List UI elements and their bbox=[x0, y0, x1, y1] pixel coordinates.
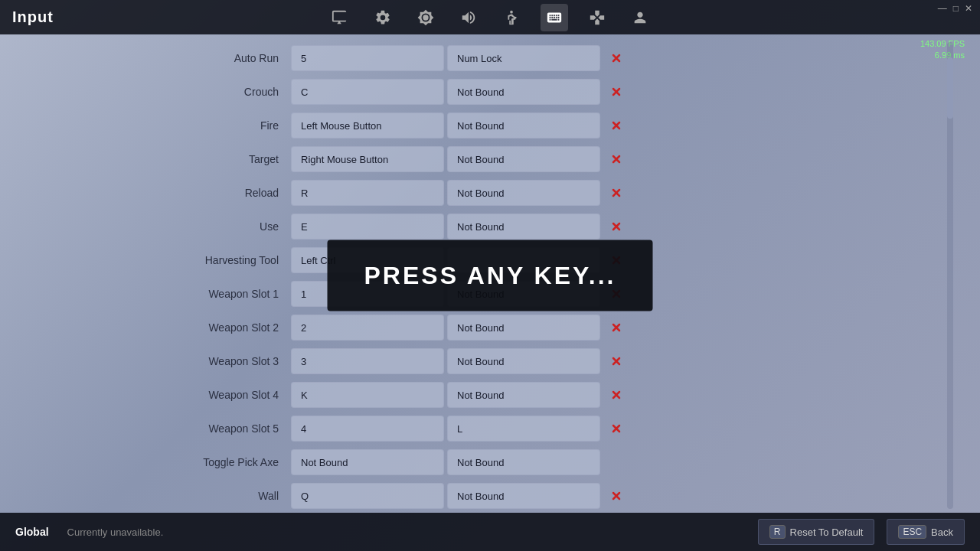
table-row: TargetRight Mouse ButtonNot Bound bbox=[138, 143, 942, 175]
binding-label: Weapon Slot 2 bbox=[138, 321, 291, 334]
secondary-key-binding[interactable]: Not Bound bbox=[447, 483, 600, 509]
primary-key-binding[interactable]: Left Mouse Button bbox=[291, 112, 444, 139]
table-row: Weapon Slot 11Not Bound bbox=[138, 278, 942, 310]
reset-key-badge: R bbox=[769, 525, 786, 539]
secondary-key-binding[interactable]: Num Lock bbox=[447, 45, 600, 71]
table-row: CrouchCNot Bound bbox=[138, 76, 942, 108]
status-text: Currently unavailable. bbox=[67, 527, 164, 538]
secondary-key-binding[interactable]: Not Bound bbox=[447, 146, 600, 172]
clear-binding-button[interactable] bbox=[603, 382, 629, 408]
secondary-key-binding[interactable]: Not Bound bbox=[447, 281, 600, 307]
clear-binding-button[interactable] bbox=[603, 315, 629, 341]
table-row: Weapon Slot 54L bbox=[138, 412, 942, 445]
table-row: Weapon Slot 4KNot Bound bbox=[138, 379, 942, 411]
table-row: Harvesting ToolLeft Ctrl bbox=[138, 244, 942, 276]
nav-brightness[interactable] bbox=[412, 4, 439, 31]
clear-binding-button[interactable] bbox=[603, 45, 629, 71]
secondary-key-binding[interactable]: Not Bound bbox=[447, 214, 600, 240]
secondary-key-binding[interactable]: Not Bound bbox=[447, 449, 600, 475]
clear-binding-button[interactable] bbox=[603, 416, 629, 442]
clear-binding-button[interactable] bbox=[603, 348, 629, 374]
binding-label: Toggle Pick Axe bbox=[138, 456, 291, 468]
reset-label: Reset To Default bbox=[790, 527, 864, 538]
secondary-key-binding[interactable]: Not Bound bbox=[447, 382, 600, 408]
primary-key-binding[interactable]: R bbox=[291, 180, 444, 206]
clear-binding-button[interactable] bbox=[603, 180, 629, 206]
primary-key-binding[interactable]: 4 bbox=[291, 416, 444, 442]
scrollbar-thumb[interactable] bbox=[947, 57, 953, 119]
primary-key-binding[interactable]: 3 bbox=[291, 348, 444, 374]
secondary-key-binding[interactable]: Not Bound bbox=[447, 315, 600, 341]
reset-to-default-button[interactable]: R Reset To Default bbox=[758, 519, 875, 545]
back-label: Back bbox=[931, 527, 953, 538]
table-row: FireLeft Mouse ButtonNot Bound bbox=[138, 109, 942, 142]
secondary-key-binding[interactable]: Not Bound bbox=[447, 79, 600, 105]
table-row: Auto Run5Num Lock bbox=[138, 42, 942, 74]
clear-binding-button[interactable] bbox=[603, 146, 629, 172]
clear-binding-button[interactable] bbox=[603, 247, 629, 273]
table-row: ReloadRNot Bound bbox=[138, 177, 942, 209]
primary-key-binding[interactable]: Right Mouse Button bbox=[291, 146, 444, 172]
binding-label: Use bbox=[138, 220, 291, 233]
secondary-key-binding[interactable]: Not Bound bbox=[447, 348, 600, 374]
back-key-badge: ESC bbox=[898, 525, 926, 539]
clear-binding-button[interactable] bbox=[603, 112, 629, 139]
binding-label: Reload bbox=[138, 187, 291, 199]
table-row: UseENot Bound bbox=[138, 210, 942, 243]
binding-label: Weapon Slot 1 bbox=[138, 288, 291, 300]
primary-key-binding[interactable]: C bbox=[291, 79, 444, 105]
back-button[interactable]: ESC Back bbox=[887, 519, 965, 545]
secondary-key-binding[interactable]: Not Bound bbox=[447, 180, 600, 206]
nav-settings[interactable] bbox=[369, 4, 397, 31]
global-label: Global bbox=[15, 526, 49, 538]
primary-key-binding[interactable]: 5 bbox=[291, 45, 444, 71]
primary-key-binding[interactable]: Left Ctrl bbox=[291, 247, 444, 273]
table-row: Toggle Pick AxeNot BoundNot Bound bbox=[138, 446, 942, 478]
bindings-list: Auto Run5Num LockCrouchCNot BoundFireLef… bbox=[138, 42, 942, 509]
clear-binding-button[interactable] bbox=[603, 214, 629, 240]
binding-label: Wall bbox=[138, 490, 291, 502]
table-row: Weapon Slot 22Not Bound bbox=[138, 311, 942, 344]
table-row: WallQNot Bound bbox=[138, 480, 942, 509]
primary-key-binding[interactable]: 2 bbox=[291, 315, 444, 341]
nav-icons bbox=[0, 0, 980, 34]
scrollbar-track[interactable] bbox=[947, 42, 953, 509]
clear-binding-button[interactable] bbox=[603, 281, 629, 307]
binding-label: Harvesting Tool bbox=[138, 254, 291, 266]
binding-label: Weapon Slot 5 bbox=[138, 422, 291, 435]
nav-audio[interactable] bbox=[455, 4, 482, 31]
clear-binding-button[interactable] bbox=[603, 483, 629, 509]
secondary-key-binding[interactable]: Not Bound bbox=[447, 112, 600, 139]
binding-label: Auto Run bbox=[138, 52, 291, 64]
clear-binding-button[interactable] bbox=[603, 79, 629, 105]
nav-account[interactable] bbox=[626, 4, 654, 31]
nav-input[interactable] bbox=[541, 4, 568, 31]
primary-key-binding[interactable]: Q bbox=[291, 483, 444, 509]
content-area: Auto Run5Num LockCrouchCNot BoundFireLef… bbox=[138, 42, 942, 509]
no-clear-placeholder bbox=[603, 449, 629, 475]
primary-key-binding[interactable]: K bbox=[291, 382, 444, 408]
svg-point-0 bbox=[510, 10, 513, 13]
binding-label: Target bbox=[138, 153, 291, 165]
binding-label: Weapon Slot 4 bbox=[138, 389, 291, 401]
binding-label: Crouch bbox=[138, 86, 291, 98]
nav-accessibility[interactable] bbox=[498, 4, 525, 31]
nav-controller[interactable] bbox=[583, 4, 611, 31]
primary-key-binding[interactable]: 1 bbox=[291, 281, 444, 307]
nav-monitor[interactable] bbox=[326, 4, 354, 31]
table-row: Weapon Slot 33Not Bound bbox=[138, 345, 942, 377]
primary-key-binding[interactable]: Not Bound bbox=[291, 449, 444, 475]
secondary-key-binding[interactable] bbox=[447, 247, 600, 273]
binding-label: Fire bbox=[138, 119, 291, 132]
primary-key-binding[interactable]: E bbox=[291, 214, 444, 240]
bottom-bar: Global Currently unavailable. R Reset To… bbox=[0, 513, 980, 551]
binding-label: Weapon Slot 3 bbox=[138, 355, 291, 367]
secondary-key-binding[interactable]: L bbox=[447, 416, 600, 442]
